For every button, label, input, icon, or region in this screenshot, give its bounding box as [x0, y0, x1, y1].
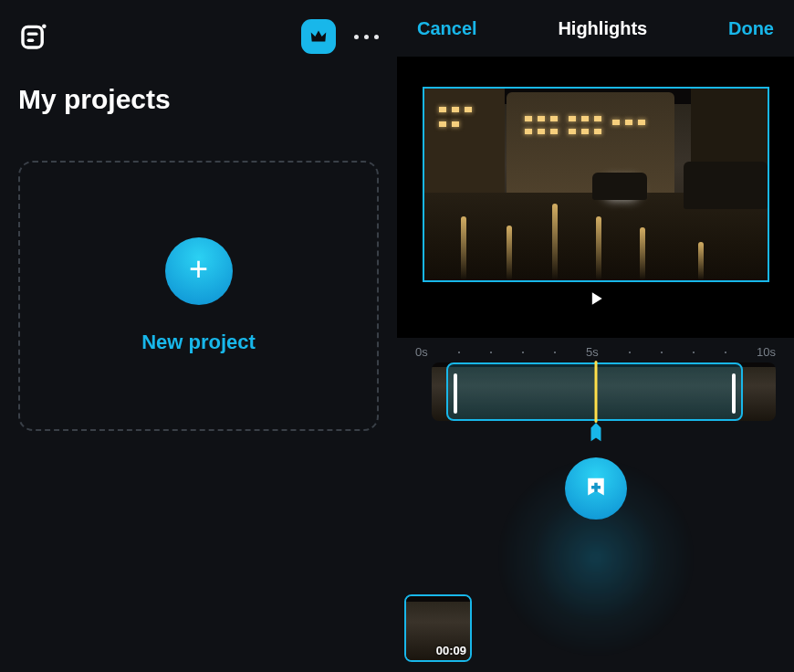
- top-bar-actions: [301, 19, 379, 54]
- timeline-ruler: 0s 5s 10s: [408, 345, 783, 359]
- ruler-label: 10s: [757, 345, 776, 359]
- video-preview-frame[interactable]: [423, 87, 769, 282]
- new-project-label: New project: [141, 331, 256, 354]
- more-menu-icon[interactable]: [354, 35, 379, 39]
- trim-handle-left[interactable]: [454, 373, 457, 414]
- premium-crown-button[interactable]: [301, 19, 336, 54]
- svg-rect-0: [23, 26, 42, 47]
- top-bar: [18, 16, 379, 57]
- page-title: My projects: [18, 84, 379, 115]
- svg-point-3: [42, 24, 47, 28]
- trim-handle-right[interactable]: [732, 373, 736, 414]
- ruler-label: 0s: [415, 345, 428, 359]
- editor-title: Highlights: [558, 18, 647, 39]
- timeline-track[interactable]: [408, 362, 783, 421]
- cancel-button[interactable]: Cancel: [417, 18, 477, 39]
- highlights-editor-panel: Cancel Highlights Done: [397, 0, 794, 672]
- new-project-card[interactable]: + New project: [18, 161, 379, 431]
- editor-top-bar: Cancel Highlights Done: [397, 0, 794, 57]
- play-icon[interactable]: [587, 289, 605, 308]
- add-highlight-button[interactable]: [565, 457, 627, 520]
- add-highlight-area: [397, 421, 794, 584]
- video-frame-content: [424, 89, 768, 280]
- timeline: 0s 5s 10s: [397, 338, 794, 421]
- add-project-icon[interactable]: +: [165, 237, 233, 305]
- clip-thumbnail[interactable]: 00:09: [404, 594, 472, 662]
- done-button[interactable]: Done: [728, 18, 774, 39]
- svg-rect-5: [591, 486, 601, 489]
- app-logo-icon[interactable]: [18, 21, 49, 52]
- clip-duration: 00:09: [436, 644, 466, 657]
- playhead[interactable]: [594, 361, 597, 423]
- projects-panel: My projects + New project: [0, 0, 397, 672]
- video-preview-area: [397, 57, 794, 338]
- ruler-label: 5s: [586, 345, 599, 359]
